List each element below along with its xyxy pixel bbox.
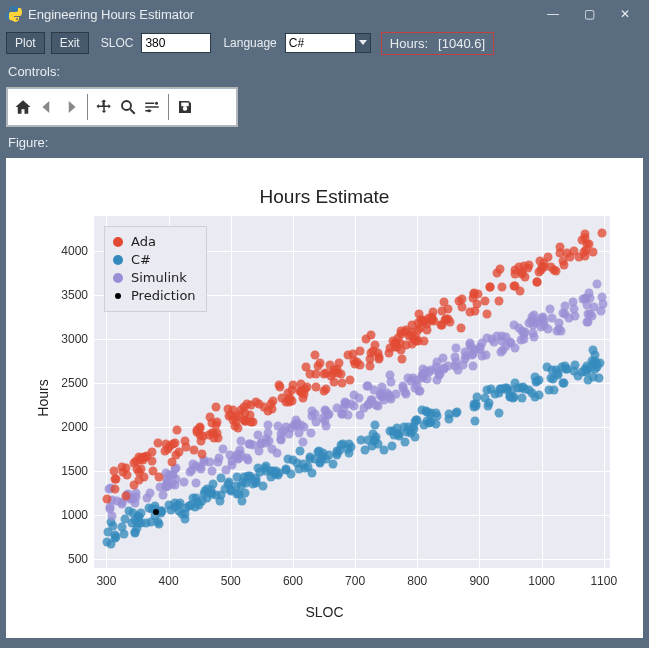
prediction-point (153, 509, 159, 515)
hours-label: Hours: (390, 36, 428, 51)
plot-button[interactable]: Plot (6, 32, 45, 54)
svg-point-0 (122, 101, 131, 110)
zoom-icon[interactable] (116, 92, 140, 122)
y-tick-label: 1000 (48, 508, 88, 522)
y-tick-label: 1500 (48, 464, 88, 478)
y-tick-label: 4000 (48, 244, 88, 258)
y-tick-label: 2500 (48, 376, 88, 390)
x-tick-label: 900 (469, 574, 489, 588)
legend-label: Ada (131, 233, 156, 251)
configure-icon[interactable] (140, 92, 164, 122)
toolbar-separator (87, 94, 88, 120)
legend-marker-icon (113, 255, 123, 265)
legend-item-prediction: Prediction (113, 287, 196, 305)
svg-point-1 (155, 102, 158, 105)
titlebar: Engineering Hours Estimator — ▢ ✕ (0, 0, 649, 28)
language-select[interactable] (285, 33, 371, 53)
x-tick-label: 1100 (590, 574, 617, 588)
y-tick-label: 500 (48, 552, 88, 566)
x-tick-label: 1000 (528, 574, 555, 588)
maximize-button[interactable]: ▢ (571, 2, 607, 26)
pan-icon[interactable] (92, 92, 116, 122)
legend-marker-icon (113, 237, 123, 247)
legend-marker-icon (115, 293, 121, 299)
close-button[interactable]: ✕ (607, 2, 643, 26)
x-tick-label: 500 (221, 574, 241, 588)
language-label: Language (217, 36, 278, 50)
save-icon[interactable] (173, 92, 197, 122)
y-tick-label: 2000 (48, 420, 88, 434)
figure-canvas[interactable]: Hours Estimate Hours SLOC 30040050060070… (6, 158, 643, 638)
legend-label: Simulink (131, 269, 187, 287)
y-tick-label: 3500 (48, 288, 88, 302)
x-tick-label: 800 (407, 574, 427, 588)
exit-button[interactable]: Exit (51, 32, 89, 54)
legend-label: C# (131, 251, 151, 269)
legend-label: Prediction (131, 287, 196, 305)
x-tick-label: 700 (345, 574, 365, 588)
legend-item-simulink: Simulink (113, 269, 196, 287)
svg-point-2 (148, 109, 151, 112)
toolbar-separator (168, 94, 169, 120)
hours-output: Hours: [1040.6] (381, 32, 494, 55)
chart-title: Hours Estimate (6, 186, 643, 208)
matplotlib-toolbar (6, 87, 238, 127)
sloc-label: SLOC (95, 36, 136, 50)
legend: Ada C# Simulink Prediction (104, 226, 207, 312)
hours-value: [1040.6] (438, 36, 485, 51)
minimize-button[interactable]: — (535, 2, 571, 26)
legend-item-ada: Ada (113, 233, 196, 251)
x-axis-label: SLOC (6, 604, 643, 620)
y-tick-label: 3000 (48, 332, 88, 346)
figure-panel-label: Figure: (0, 129, 649, 156)
window-title: Engineering Hours Estimator (28, 7, 535, 22)
x-tick-label: 600 (283, 574, 303, 588)
x-tick-label: 400 (159, 574, 179, 588)
home-icon[interactable] (11, 92, 35, 122)
legend-item-csharp: C# (113, 251, 196, 269)
legend-marker-icon (113, 273, 123, 283)
sloc-input[interactable] (141, 33, 211, 53)
x-tick-label: 300 (96, 574, 116, 588)
controls-panel-label: Controls: (0, 58, 649, 85)
toolbar: Plot Exit SLOC Language Hours: [1040.6] (0, 28, 649, 58)
app-icon (6, 6, 22, 22)
back-icon[interactable] (35, 92, 59, 122)
forward-icon[interactable] (59, 92, 83, 122)
